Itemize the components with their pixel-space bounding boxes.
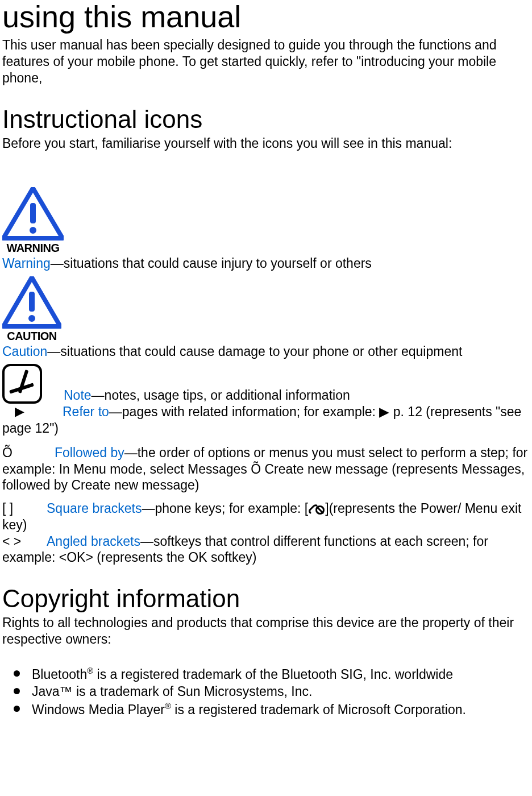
square-brackets-section: [ ]Square brackets—phone keys; for examp…: [2, 500, 532, 533]
followed-by-symbol: Õ: [2, 445, 55, 461]
caution-label: Caution: [2, 344, 47, 359]
caution-section: CAUTION Caution—situations that could ca…: [2, 276, 532, 360]
angled-brackets-label: Angled brackets: [47, 534, 140, 549]
angled-brackets-section: < >Angled brackets—softkeys that control…: [2, 533, 532, 566]
svg-text:CAUTION: CAUTION: [7, 330, 57, 342]
square-brackets-description-pre: —phone keys; for example: [: [142, 501, 308, 516]
note-icon: [2, 364, 42, 404]
icons-intro-paragraph: Before you start, familiarise yourself w…: [2, 135, 532, 152]
followed-by-label: Followed by: [55, 445, 124, 460]
caution-description: —situations that could cause damage to y…: [47, 344, 462, 359]
square-brackets-label: Square brackets: [47, 501, 142, 516]
heading-instructional-icons: Instructional icons: [2, 106, 532, 133]
warning-label: Warning: [2, 256, 51, 271]
power-key-icon: [308, 504, 325, 515]
page-title: using this manual: [2, 0, 532, 34]
note-label: Note: [64, 388, 92, 403]
caution-icon: CAUTION: [2, 276, 61, 343]
square-brackets-symbol: [ ]: [2, 500, 47, 517]
svg-rect-1: [30, 203, 36, 223]
list-item: Bluetooth® is a registered trademark of …: [2, 666, 532, 682]
svg-rect-5: [29, 292, 35, 312]
angled-brackets-symbol: < >: [2, 533, 47, 550]
refer-to-section: ▶Refer to—pages with related information…: [2, 404, 532, 437]
warning-icon: WARNING: [2, 187, 64, 255]
svg-point-2: [30, 227, 36, 234]
list-item: Windows Media Player® is a registered tr…: [2, 701, 532, 718]
svg-text:WARNING: WARNING: [6, 242, 59, 254]
warning-section: WARNING Warning—situations that could ca…: [2, 187, 532, 272]
heading-copyright: Copyright information: [2, 585, 532, 612]
svg-point-6: [28, 315, 35, 322]
followed-by-section: ÕFollowed by—the order of options or men…: [2, 445, 532, 494]
note-description: —notes, usage tips, or additional inform…: [92, 388, 350, 403]
trademark-list: Bluetooth® is a registered trademark of …: [2, 666, 532, 718]
note-section: Note—notes, usage tips, or additional in…: [2, 364, 532, 404]
warning-description: —situations that could cause injury to y…: [51, 256, 372, 271]
list-item: Java™ is a trademark of Sun Microsystems…: [2, 683, 532, 700]
refer-label: Refer to: [63, 404, 109, 419]
refer-arrow-icon: ▶: [15, 404, 24, 418]
intro-paragraph: This user manual has been specially desi…: [2, 37, 532, 86]
copyright-intro-paragraph: Rights to all technologies and products …: [2, 615, 532, 648]
